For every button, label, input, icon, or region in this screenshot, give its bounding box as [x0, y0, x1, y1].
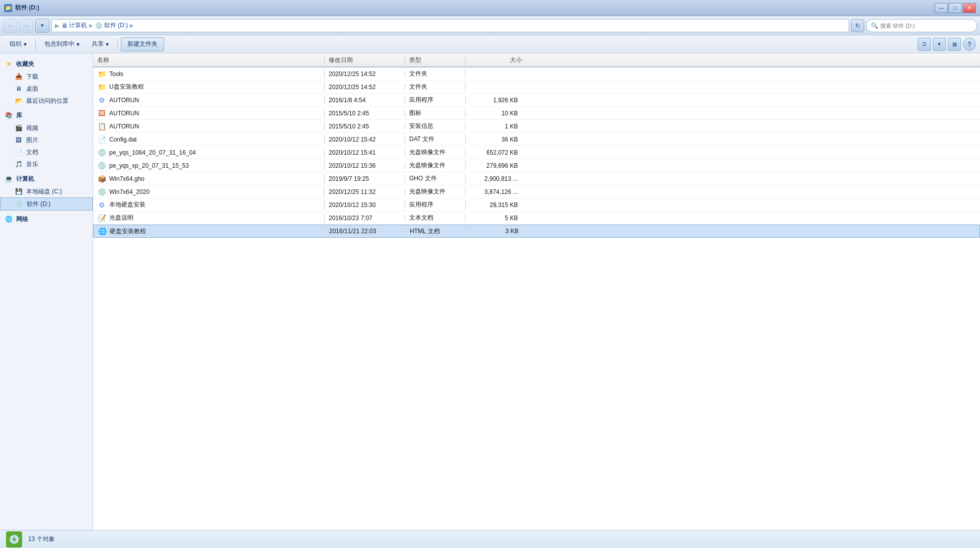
file-size-9: 3,874,126 ... — [466, 188, 526, 195]
file-date-4: 2015/5/10 2:45 — [325, 123, 405, 130]
library-label: 库 — [16, 111, 22, 120]
file-icon-6: 💿 — [97, 148, 106, 157]
table-row[interactable]: 📁 Tools 2020/12/25 14:52 文件夹 — [93, 67, 980, 81]
music-label: 音乐 — [26, 160, 38, 169]
archive-button[interactable]: 包含到库中 ▾ — [39, 37, 85, 51]
search-input[interactable] — [880, 23, 972, 29]
table-row[interactable]: 📝 光盘说明 2016/10/23 7:07 文本文档 5 KB — [93, 212, 980, 225]
network-header[interactable]: 🌐 网络 — [0, 213, 93, 226]
statusbar: 💿 13 个对象 — [0, 530, 980, 548]
table-row[interactable]: 🌐 硬盘安装教程 2016/11/21 22:03 HTML 文档 3 KB — [93, 225, 980, 238]
file-date-12: 2016/11/21 22:03 — [325, 228, 406, 235]
dropdown-button[interactable]: ▼ — [35, 19, 49, 33]
sidebar-item-recent[interactable]: 📂 最近访问的位置 — [0, 95, 93, 107]
file-area: 名称 修改日期 类型 大小 📁 Tools 2020/12/25 14:52 文… — [93, 53, 980, 530]
column-headers: 名称 修改日期 类型 大小 — [93, 53, 980, 67]
library-header[interactable]: 📚 库 — [0, 109, 93, 122]
table-row[interactable]: 📦 Win7x64.gho 2019/9/7 19:25 GHO 文件 2,90… — [93, 172, 980, 185]
table-row[interactable]: ⚙ 本地硬盘安装 2020/10/12 15:30 应用程序 28,315 KB — [93, 198, 980, 212]
table-row[interactable]: 💿 Win7x64_2020 2020/12/25 11:32 光盘映像文件 3… — [93, 185, 980, 198]
col-header-name[interactable]: 名称 — [93, 56, 325, 64]
file-name-9: Win7x64_2020 — [109, 188, 149, 195]
sidebar-item-documents[interactable]: 📄 文档 — [0, 146, 93, 158]
addressbar: ← → ▼ ▶ 🖥 计算机 ▶ 💿 软件 (D:) ▶ ↻ 🔍 — [0, 16, 980, 35]
back-button[interactable]: ← — [3, 19, 17, 33]
breadcrumb-computer[interactable]: 🖥 计算机 — [61, 21, 87, 30]
file-name-10: 本地硬盘安装 — [109, 200, 145, 209]
sidebar-section-computer: 💻 计算机 💾 本地磁盘 (C:) 💿 软件 (D:) — [0, 172, 93, 211]
file-type-7: 光盘映像文件 — [405, 161, 466, 170]
recent-label: 最近访问的位置 — [26, 97, 68, 105]
file-icon-5: 📄 — [97, 135, 106, 144]
table-row[interactable]: 📄 Config.dat 2020/10/12 15:42 DAT 文件 36 … — [93, 133, 980, 146]
titlebar-left: 📁 软件 (D:) — [4, 4, 39, 12]
layout-button[interactable]: ▦ — [948, 38, 961, 51]
titlebar-controls: — □ ✕ — [935, 3, 976, 13]
refresh-button[interactable]: ↻ — [851, 19, 864, 32]
computer-icon: 🖥 — [61, 22, 67, 29]
col-header-date[interactable]: 修改日期 — [325, 56, 405, 64]
table-row[interactable]: 📁 U盘安装教程 2020/12/25 14:52 文件夹 — [93, 81, 980, 94]
organize-button[interactable]: 组织 ▾ — [4, 37, 32, 51]
share-button[interactable]: 共享 ▾ — [86, 37, 114, 51]
view-list-button[interactable]: ☰ — [918, 38, 931, 51]
file-type-5: DAT 文件 — [405, 135, 466, 144]
file-type-3: 图标 — [405, 109, 466, 117]
file-icon-8: 📦 — [97, 174, 106, 183]
sidebar-item-download[interactable]: 📥 下载 — [0, 71, 93, 83]
file-name-cell-3: 🖼 AUTORUN — [93, 109, 325, 118]
desktop-icon: 🖥 — [14, 84, 23, 93]
col-header-size[interactable]: 大小 — [466, 56, 526, 64]
share-arrow: ▾ — [106, 41, 109, 48]
c-drive-label: 本地磁盘 (C:) — [26, 187, 62, 196]
table-row[interactable]: 📋 AUTORUN 2015/5/10 2:45 安装信息 1 KB — [93, 120, 980, 133]
file-size-11: 5 KB — [466, 215, 526, 222]
file-name-cell-4: 📋 AUTORUN — [93, 122, 325, 131]
sidebar-item-c-drive[interactable]: 💾 本地磁盘 (C:) — [0, 185, 93, 197]
forward-button[interactable]: → — [19, 19, 33, 33]
document-icon: 📄 — [14, 148, 23, 157]
file-date-8: 2019/9/7 19:25 — [325, 175, 405, 182]
file-size-3: 10 KB — [466, 110, 526, 117]
drive-icon: 💿 — [95, 22, 103, 29]
minimize-button[interactable]: — — [935, 3, 948, 13]
file-icon-12: 🌐 — [98, 227, 107, 236]
new-folder-button[interactable]: 新建文件夹 — [121, 37, 164, 51]
breadcrumb: ▶ 🖥 计算机 ▶ 💿 软件 (D:) ▶ — [51, 19, 849, 32]
sidebar-item-video[interactable]: 🎬 视频 — [0, 122, 93, 134]
sidebar-item-music[interactable]: 🎵 音乐 — [0, 158, 93, 170]
table-row[interactable]: 💿 pe_yqs_xp_20_07_31_15_53 2020/10/12 15… — [93, 159, 980, 172]
col-header-type[interactable]: 类型 — [405, 56, 466, 64]
file-name-cell-8: 📦 Win7x64.gho — [93, 174, 325, 183]
file-date-0: 2020/12/25 14:52 — [325, 71, 405, 78]
sidebar-item-d-drive[interactable]: 💿 软件 (D:) — [0, 197, 93, 211]
maximize-button[interactable]: □ — [949, 3, 962, 13]
file-icon-2: ⚙ — [97, 96, 106, 105]
table-row[interactable]: ⚙ AUTORUN 2016/1/8 4:54 应用程序 1,926 KB — [93, 94, 980, 107]
documents-label: 文档 — [26, 148, 38, 157]
file-size-7: 279,696 KB — [466, 162, 526, 169]
sidebar-section-network: 🌐 网络 — [0, 213, 93, 226]
file-name-12: 硬盘安装教程 — [110, 227, 146, 236]
file-name-4: AUTORUN — [109, 123, 139, 130]
computer-header[interactable]: 💻 计算机 — [0, 172, 93, 185]
view-dropdown-button[interactable]: ▼ — [933, 38, 946, 51]
table-row[interactable]: 🖼 AUTORUN 2015/5/10 2:45 图标 10 KB — [93, 107, 980, 120]
favorites-header[interactable]: ★ 收藏夹 — [0, 57, 93, 71]
breadcrumb-drive[interactable]: 💿 软件 (D:) — [95, 21, 128, 30]
breadcrumb-arrow-2: ▶ — [130, 23, 134, 28]
favorites-label: 收藏夹 — [16, 60, 34, 68]
file-name-cell-1: 📁 U盘安装教程 — [93, 83, 325, 92]
search-bar[interactable]: 🔍 — [866, 19, 977, 32]
file-size-5: 36 KB — [466, 136, 526, 143]
file-date-6: 2020/10/12 15:41 — [325, 149, 405, 156]
table-row[interactable]: 💿 pe_yqs_1064_20_07_31_16_04 2020/10/12 … — [93, 146, 980, 159]
help-button[interactable]: ? — [963, 38, 976, 51]
file-icon-11: 📝 — [97, 214, 106, 223]
sidebar-item-desktop[interactable]: 🖥 桌面 — [0, 83, 93, 95]
d-drive-icon: 💿 — [15, 199, 24, 209]
close-button[interactable]: ✕ — [963, 3, 976, 13]
sidebar-item-images[interactable]: 🖼 图片 — [0, 134, 93, 146]
file-date-10: 2020/10/12 15:30 — [325, 201, 405, 209]
toolbar-divider-2 — [117, 39, 118, 50]
